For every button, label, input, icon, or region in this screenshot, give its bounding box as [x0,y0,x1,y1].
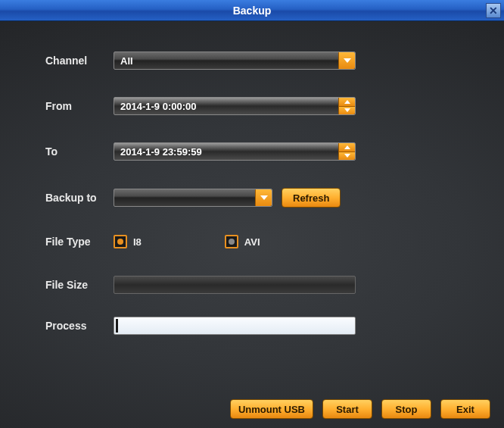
from-spinner [338,98,355,114]
chevron-up-icon [344,145,350,149]
from-spin-up[interactable] [338,98,355,107]
backup-to-label: Backup to [45,192,114,204]
file-size-label: File Size [45,279,114,291]
file-type-avi-label: AVI [244,236,260,248]
channel-label: Channel [45,55,114,67]
file-type-avi-radio[interactable]: AVI [225,235,260,248]
channel-dropdown-button[interactable] [338,52,355,69]
backup-to-dropdown-button[interactable] [255,189,272,206]
progress-indicator [116,319,118,333]
channel-value: All [120,55,133,67]
file-type-label: File Type [45,236,114,248]
content-area: Channel All From 2014-1-9 0:00:00 To 201… [0,21,504,428]
titlebar: Backup ✕ [0,0,504,21]
chevron-down-icon [260,195,268,200]
from-value: 2014-1-9 0:00:00 [120,101,196,112]
chevron-up-icon [344,100,350,104]
exit-button[interactable]: Exit [440,399,490,419]
file-size-field [114,276,356,294]
radio-icon [225,235,238,248]
file-type-i8-label: I8 [133,236,142,248]
chevron-down-icon [344,154,350,158]
backup-to-dropdown[interactable] [114,189,272,207]
to-value: 2014-1-9 23:59:59 [120,146,202,158]
process-progress [114,317,356,335]
bottom-button-bar: Unmount USB Start Stop Exit [230,399,490,419]
to-spin-down[interactable] [338,152,355,161]
to-label: To [45,145,114,158]
to-spinner [338,143,355,160]
to-spin-up[interactable] [338,143,355,152]
from-label: From [45,100,114,112]
close-button[interactable]: ✕ [486,3,501,18]
chevron-down-icon [344,108,350,112]
from-datetime-input[interactable]: 2014-1-9 0:00:00 [114,97,356,115]
process-label: Process [45,320,114,332]
to-datetime-input[interactable]: 2014-1-9 23:59:59 [114,142,356,161]
window-title: Backup [233,5,272,17]
file-type-i8-radio[interactable]: I8 [114,235,142,248]
start-button[interactable]: Start [322,399,372,419]
stop-button[interactable]: Stop [381,399,431,419]
channel-dropdown[interactable]: All [114,52,356,70]
from-spin-down[interactable] [338,107,355,115]
close-icon: ✕ [489,5,498,17]
radio-icon [114,235,127,248]
refresh-button[interactable]: Refresh [282,188,341,208]
unmount-usb-button[interactable]: Unmount USB [230,399,313,419]
chevron-down-icon [344,58,351,63]
